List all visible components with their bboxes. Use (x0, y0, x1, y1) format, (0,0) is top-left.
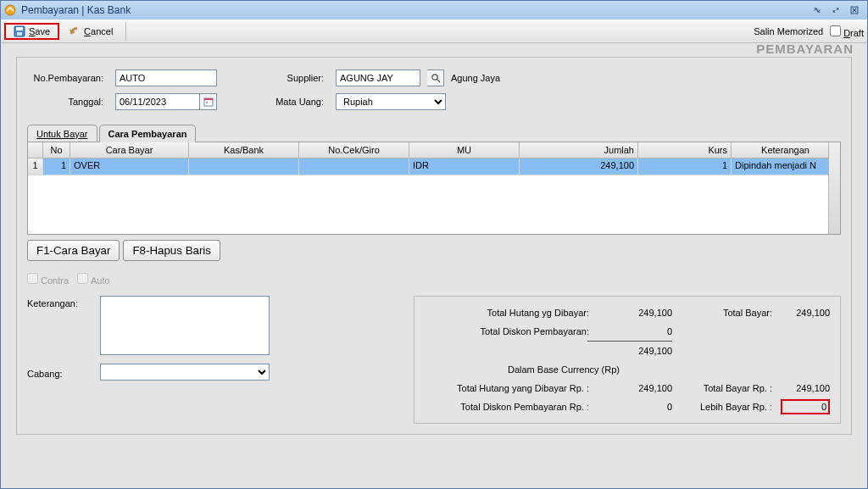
calendar-icon[interactable] (200, 93, 217, 110)
tab-untuk-bayar[interactable]: Untuk Bayar (27, 125, 97, 142)
f8-hapus-baris-button[interactable]: F8-Hapus Baris (123, 240, 220, 261)
tabbar: Untuk Bayar Cara Pembayaran (27, 124, 841, 142)
svg-point-0 (5, 5, 15, 15)
base-currency-label: Dalam Base Currency (Rp) (425, 364, 830, 375)
total-diskon-value: 0 (599, 326, 676, 336)
col-keterangan: Keterangan (732, 142, 840, 158)
f1-cara-bayar-button[interactable]: F1-Cara Bayar (27, 240, 120, 261)
total-hutang-dibayar-label: Total Hutang yg Dibayar: (425, 308, 599, 318)
supplier-label: Supplier: (268, 73, 329, 83)
cancel-label: Cancel (84, 26, 113, 36)
options-row: Contra Auto (27, 273, 841, 286)
salin-memorized-link[interactable]: Salin Memorized (754, 26, 823, 36)
col-mu: MU (409, 142, 520, 158)
col-kurs: Kurs (638, 142, 732, 158)
total-bayar-rp-value: 249,100 (777, 383, 830, 393)
tab-cara-pembayaran[interactable]: Cara Pembayaran (99, 125, 197, 142)
svg-rect-3 (16, 27, 23, 31)
keterangan-label: Keterangan: (27, 296, 100, 308)
subtotal-value: 249,100 (599, 346, 676, 356)
search-icon[interactable] (427, 69, 444, 86)
diskon-rp-label: Total Diskon Pembayaran Rp. : (425, 402, 599, 412)
svg-rect-6 (204, 98, 213, 100)
form-body: PEMBAYARAN No.Pembayaran: Tanggal: (1, 43, 867, 488)
toolbar: Save Cancel Salin Memorized Draft (1, 19, 867, 43)
col-jumlah: Jumlah (520, 142, 638, 158)
auto-checkbox: Auto (77, 273, 110, 286)
window: Pembayaran | Kas Bank Save Cancel Salin … (0, 0, 868, 489)
window-close-icon[interactable] (850, 3, 864, 17)
total-hutang-dibayar-value: 249,100 (599, 308, 676, 318)
tanggal-input[interactable] (115, 93, 200, 110)
col-no: No (43, 142, 70, 158)
titlebar: Pembayaran | Kas Bank (1, 1, 867, 19)
total-bayar-rp-label: Total Bayar Rp. : (676, 383, 777, 393)
payment-grid[interactable]: No Cara Bayar Kas/Bank No.Cek/Giro MU Ju… (27, 142, 841, 235)
total-bayar-value: 249,100 (777, 308, 830, 318)
save-icon (14, 25, 25, 37)
save-label: Save (29, 26, 50, 36)
window-expand-icon[interactable] (813, 3, 826, 17)
svg-point-7 (206, 102, 208, 103)
svg-point-8 (431, 75, 437, 80)
main-panel: No.Pembayaran: Tanggal: Supplier: (16, 57, 852, 435)
no-pembayaran-input[interactable] (115, 69, 217, 86)
mata-uang-label: Mata Uang: (268, 97, 329, 107)
svg-rect-4 (17, 32, 22, 36)
total-bayar-label: Total Bayar: (676, 308, 777, 318)
lebih-bayar-value: 0 (781, 399, 830, 414)
draft-checkbox[interactable]: Draft (830, 25, 864, 38)
supplier-input[interactable] (336, 69, 420, 86)
col-kas-bank: Kas/Bank (189, 142, 299, 158)
window-maximize-icon[interactable] (832, 3, 845, 17)
diskon-rp-value: 0 (599, 402, 676, 412)
window-title: Pembayaran | Kas Bank (21, 4, 131, 16)
contra-checkbox: Contra (27, 273, 69, 286)
cancel-button[interactable]: Cancel (59, 23, 122, 40)
tanggal-label: Tanggal: (27, 97, 108, 107)
page-title: PEMBAYARAN (756, 42, 854, 56)
table-row[interactable]: 1 1 OVER IDR 249,100 1 Dipindah menjadi … (28, 158, 840, 175)
col-no-cek: No.Cek/Giro (299, 142, 409, 158)
scrollbar[interactable] (828, 142, 840, 234)
cabang-label: Cabang: (27, 366, 100, 379)
hutang-rp-value: 249,100 (599, 383, 676, 393)
mata-uang-select[interactable]: Rupiah (336, 93, 446, 110)
app-icon (4, 4, 16, 16)
hutang-rp-label: Total Hutang yang Dibayar Rp. : (425, 383, 599, 393)
no-pembayaran-label: No.Pembayaran: (27, 73, 108, 83)
grid-header: No Cara Bayar Kas/Bank No.Cek/Giro MU Ju… (28, 142, 840, 158)
lebih-bayar-label: Lebih Bayar Rp. : (676, 402, 777, 412)
save-button[interactable]: Save (4, 23, 59, 40)
cabang-select[interactable] (100, 364, 270, 381)
undo-icon (69, 25, 81, 37)
keterangan-textarea[interactable] (100, 296, 270, 355)
col-cara-bayar: Cara Bayar (70, 142, 189, 158)
supplier-name: Agung Jaya (451, 73, 500, 83)
totals-panel: Total Hutang yg Dibayar: 249,100 Total B… (414, 296, 841, 424)
total-diskon-label: Total Diskon Pembayaran: (425, 326, 599, 336)
